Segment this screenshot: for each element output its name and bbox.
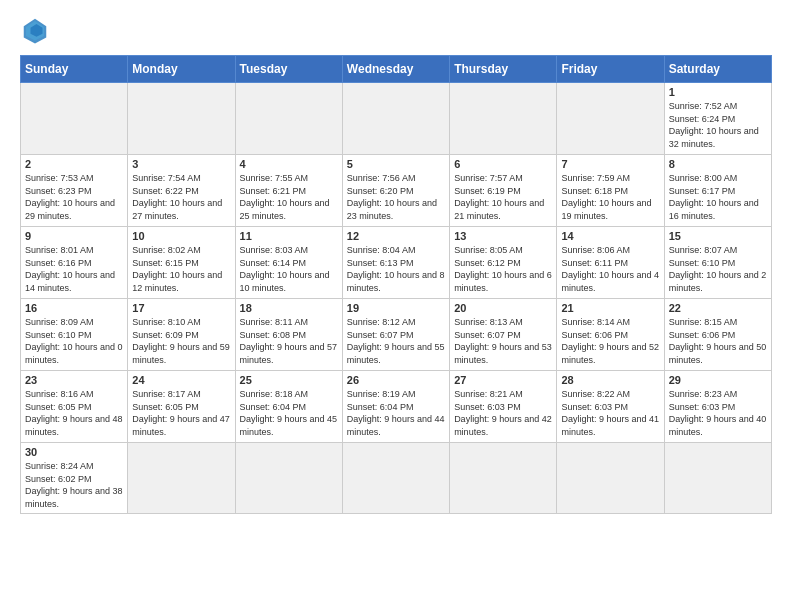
calendar-cell: 23Sunrise: 8:16 AMSunset: 6:05 PMDayligh…: [21, 371, 128, 443]
day-info: Sunrise: 8:06 AMSunset: 6:11 PMDaylight:…: [561, 244, 659, 294]
weekday-header: Sunday: [21, 56, 128, 83]
day-number: 13: [454, 230, 552, 242]
day-info: Sunrise: 8:02 AMSunset: 6:15 PMDaylight:…: [132, 244, 230, 294]
calendar-cell: [664, 443, 771, 514]
day-info: Sunrise: 8:21 AMSunset: 6:03 PMDaylight:…: [454, 388, 552, 438]
day-info: Sunrise: 8:04 AMSunset: 6:13 PMDaylight:…: [347, 244, 445, 294]
day-number: 22: [669, 302, 767, 314]
day-number: 23: [25, 374, 123, 386]
day-info: Sunrise: 8:18 AMSunset: 6:04 PMDaylight:…: [240, 388, 338, 438]
day-number: 24: [132, 374, 230, 386]
weekday-header: Monday: [128, 56, 235, 83]
day-info: Sunrise: 8:15 AMSunset: 6:06 PMDaylight:…: [669, 316, 767, 366]
day-info: Sunrise: 7:54 AMSunset: 6:22 PMDaylight:…: [132, 172, 230, 222]
day-info: Sunrise: 7:56 AMSunset: 6:20 PMDaylight:…: [347, 172, 445, 222]
calendar-cell: 3Sunrise: 7:54 AMSunset: 6:22 PMDaylight…: [128, 155, 235, 227]
day-number: 3: [132, 158, 230, 170]
day-info: Sunrise: 8:17 AMSunset: 6:05 PMDaylight:…: [132, 388, 230, 438]
calendar-cell: 20Sunrise: 8:13 AMSunset: 6:07 PMDayligh…: [450, 299, 557, 371]
header: [20, 15, 772, 45]
calendar-cell: [235, 443, 342, 514]
calendar-week-row: 23Sunrise: 8:16 AMSunset: 6:05 PMDayligh…: [21, 371, 772, 443]
calendar-cell: [235, 83, 342, 155]
day-number: 5: [347, 158, 445, 170]
day-number: 25: [240, 374, 338, 386]
weekday-header: Wednesday: [342, 56, 449, 83]
weekday-header: Thursday: [450, 56, 557, 83]
page: SundayMondayTuesdayWednesdayThursdayFrid…: [0, 0, 792, 529]
day-number: 29: [669, 374, 767, 386]
logo: [20, 15, 54, 45]
day-number: 17: [132, 302, 230, 314]
day-info: Sunrise: 8:03 AMSunset: 6:14 PMDaylight:…: [240, 244, 338, 294]
calendar-week-row: 16Sunrise: 8:09 AMSunset: 6:10 PMDayligh…: [21, 299, 772, 371]
day-info: Sunrise: 8:14 AMSunset: 6:06 PMDaylight:…: [561, 316, 659, 366]
day-number: 4: [240, 158, 338, 170]
calendar-cell: 16Sunrise: 8:09 AMSunset: 6:10 PMDayligh…: [21, 299, 128, 371]
calendar-cell: 8Sunrise: 8:00 AMSunset: 6:17 PMDaylight…: [664, 155, 771, 227]
day-info: Sunrise: 8:24 AMSunset: 6:02 PMDaylight:…: [25, 460, 123, 510]
calendar-cell: [128, 443, 235, 514]
calendar-cell: 4Sunrise: 7:55 AMSunset: 6:21 PMDaylight…: [235, 155, 342, 227]
day-info: Sunrise: 8:13 AMSunset: 6:07 PMDaylight:…: [454, 316, 552, 366]
day-info: Sunrise: 7:55 AMSunset: 6:21 PMDaylight:…: [240, 172, 338, 222]
day-number: 9: [25, 230, 123, 242]
day-info: Sunrise: 7:52 AMSunset: 6:24 PMDaylight:…: [669, 100, 767, 150]
logo-icon: [20, 15, 50, 45]
day-number: 27: [454, 374, 552, 386]
calendar-cell: 25Sunrise: 8:18 AMSunset: 6:04 PMDayligh…: [235, 371, 342, 443]
calendar-cell: 6Sunrise: 7:57 AMSunset: 6:19 PMDaylight…: [450, 155, 557, 227]
day-number: 16: [25, 302, 123, 314]
day-info: Sunrise: 8:10 AMSunset: 6:09 PMDaylight:…: [132, 316, 230, 366]
calendar-cell: 24Sunrise: 8:17 AMSunset: 6:05 PMDayligh…: [128, 371, 235, 443]
day-info: Sunrise: 8:07 AMSunset: 6:10 PMDaylight:…: [669, 244, 767, 294]
day-number: 15: [669, 230, 767, 242]
day-info: Sunrise: 7:53 AMSunset: 6:23 PMDaylight:…: [25, 172, 123, 222]
calendar-cell: 30Sunrise: 8:24 AMSunset: 6:02 PMDayligh…: [21, 443, 128, 514]
day-number: 20: [454, 302, 552, 314]
day-number: 21: [561, 302, 659, 314]
calendar-cell: [21, 83, 128, 155]
day-info: Sunrise: 7:59 AMSunset: 6:18 PMDaylight:…: [561, 172, 659, 222]
day-info: Sunrise: 8:05 AMSunset: 6:12 PMDaylight:…: [454, 244, 552, 294]
calendar-cell: 7Sunrise: 7:59 AMSunset: 6:18 PMDaylight…: [557, 155, 664, 227]
day-number: 30: [25, 446, 123, 458]
calendar-header-row: SundayMondayTuesdayWednesdayThursdayFrid…: [21, 56, 772, 83]
calendar-cell: [342, 83, 449, 155]
day-number: 10: [132, 230, 230, 242]
calendar-cell: [450, 443, 557, 514]
calendar-week-row: 1Sunrise: 7:52 AMSunset: 6:24 PMDaylight…: [21, 83, 772, 155]
calendar-cell: 10Sunrise: 8:02 AMSunset: 6:15 PMDayligh…: [128, 227, 235, 299]
calendar-cell: [450, 83, 557, 155]
calendar-cell: 17Sunrise: 8:10 AMSunset: 6:09 PMDayligh…: [128, 299, 235, 371]
day-number: 11: [240, 230, 338, 242]
calendar-cell: 26Sunrise: 8:19 AMSunset: 6:04 PMDayligh…: [342, 371, 449, 443]
weekday-header: Saturday: [664, 56, 771, 83]
day-info: Sunrise: 7:57 AMSunset: 6:19 PMDaylight:…: [454, 172, 552, 222]
calendar-cell: 2Sunrise: 7:53 AMSunset: 6:23 PMDaylight…: [21, 155, 128, 227]
day-number: 12: [347, 230, 445, 242]
calendar-cell: 28Sunrise: 8:22 AMSunset: 6:03 PMDayligh…: [557, 371, 664, 443]
calendar-cell: 15Sunrise: 8:07 AMSunset: 6:10 PMDayligh…: [664, 227, 771, 299]
calendar-cell: [557, 443, 664, 514]
calendar-cell: 12Sunrise: 8:04 AMSunset: 6:13 PMDayligh…: [342, 227, 449, 299]
day-number: 19: [347, 302, 445, 314]
day-info: Sunrise: 8:00 AMSunset: 6:17 PMDaylight:…: [669, 172, 767, 222]
calendar-cell: [128, 83, 235, 155]
calendar-cell: 19Sunrise: 8:12 AMSunset: 6:07 PMDayligh…: [342, 299, 449, 371]
calendar-cell: 18Sunrise: 8:11 AMSunset: 6:08 PMDayligh…: [235, 299, 342, 371]
calendar-cell: 9Sunrise: 8:01 AMSunset: 6:16 PMDaylight…: [21, 227, 128, 299]
weekday-header: Tuesday: [235, 56, 342, 83]
calendar-cell: 14Sunrise: 8:06 AMSunset: 6:11 PMDayligh…: [557, 227, 664, 299]
calendar-cell: 5Sunrise: 7:56 AMSunset: 6:20 PMDaylight…: [342, 155, 449, 227]
day-info: Sunrise: 8:11 AMSunset: 6:08 PMDaylight:…: [240, 316, 338, 366]
day-number: 18: [240, 302, 338, 314]
day-info: Sunrise: 8:09 AMSunset: 6:10 PMDaylight:…: [25, 316, 123, 366]
calendar-table: SundayMondayTuesdayWednesdayThursdayFrid…: [20, 55, 772, 514]
calendar-cell: 13Sunrise: 8:05 AMSunset: 6:12 PMDayligh…: [450, 227, 557, 299]
day-number: 28: [561, 374, 659, 386]
day-info: Sunrise: 8:23 AMSunset: 6:03 PMDaylight:…: [669, 388, 767, 438]
day-number: 14: [561, 230, 659, 242]
day-number: 26: [347, 374, 445, 386]
day-number: 8: [669, 158, 767, 170]
